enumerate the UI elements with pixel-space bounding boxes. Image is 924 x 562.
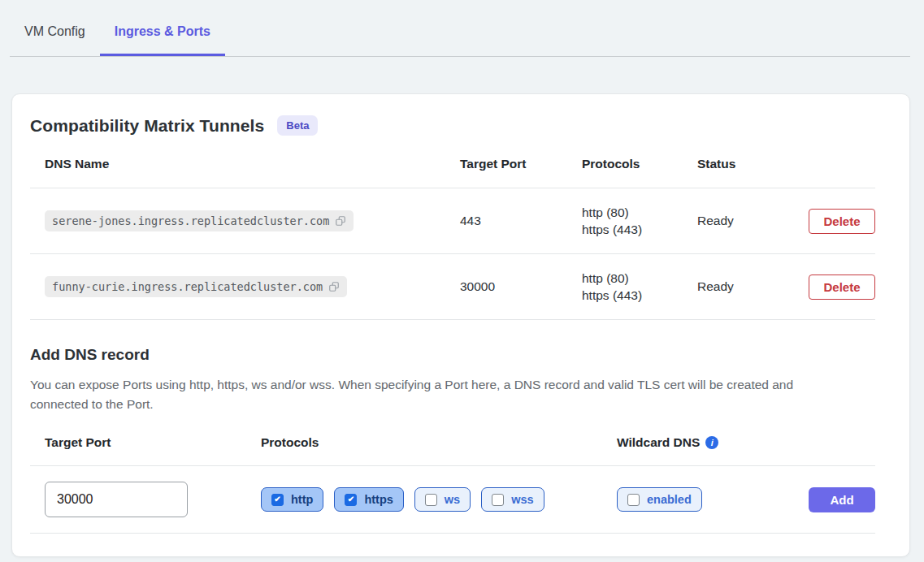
checkbox-box [627,494,640,506]
copy-icon[interactable] [328,281,340,292]
col-header-dns-name: DNS Name [45,157,460,171]
status-value: Ready [697,279,770,294]
checkbox-ws[interactable]: ws [414,487,471,512]
checkbox-box [492,494,504,506]
label-target-port: Target Port [45,435,261,450]
checkbox-https[interactable]: https [334,487,403,512]
dns-name-text: serene-jones.ingress.replicatedcluster.c… [52,214,329,227]
checkbox-box [271,494,284,506]
dns-name-pill: funny-curie.ingress.replicatedcluster.co… [45,276,347,297]
add-dns-record-description: You can expose Ports using http, https, … [30,375,851,414]
status-value: Ready [697,214,770,228]
add-button[interactable]: Add [809,487,875,512]
label-wildcard-dns: Wildcard DNS i [617,435,875,450]
form-labels-row: Target Port Protocols Wildcard DNS i [45,435,875,465]
tunnels-card: Compatibility Matrix Tunnels Beta DNS Na… [11,93,910,557]
checkbox-box [425,494,437,506]
col-header-status: Status [697,157,770,171]
page-title: Compatibility Matrix Tunnels [30,116,264,136]
target-port-value: 443 [460,214,582,228]
table-header-row: DNS Name Target Port Protocols Status [45,136,875,188]
tab-bar: VM Config Ingress & Ports [10,0,910,57]
beta-badge: Beta [277,115,318,136]
delete-button[interactable]: Delete [809,275,875,300]
checkbox-box [345,494,357,506]
add-dns-record-title: Add DNS record [30,346,875,364]
checkbox-wildcard-enabled[interactable]: enabled [617,487,702,512]
protocol-chips: http https ws wss [261,487,617,512]
tab-vm-config[interactable]: VM Config [10,23,100,56]
checkbox-wss[interactable]: wss [481,487,544,512]
copy-icon[interactable] [335,215,346,227]
checkbox-http[interactable]: http [261,487,323,512]
info-icon[interactable]: i [705,436,718,449]
protocols-cell: http (80) https (443) [582,270,697,304]
dns-name-text: funny-curie.ingress.replicatedcluster.co… [52,280,323,293]
table-row: serene-jones.ingress.replicatedcluster.c… [45,188,875,253]
label-protocols: Protocols [261,435,617,450]
protocols-cell: http (80) https (443) [582,204,697,238]
card-title-row: Compatibility Matrix Tunnels Beta [30,115,875,136]
dns-name-pill: serene-jones.ingress.replicatedcluster.c… [45,210,354,231]
tab-ingress-ports[interactable]: Ingress & Ports [100,23,225,56]
table-row: funny-curie.ingress.replicatedcluster.co… [45,254,875,319]
form-controls-row: http https ws wss enabled Add [45,466,875,533]
target-port-value: 30000 [460,279,582,294]
col-header-target-port: Target Port [460,157,582,171]
divider [30,319,875,320]
target-port-input[interactable] [45,482,188,517]
delete-button[interactable]: Delete [809,209,875,234]
col-header-protocols: Protocols [582,157,697,171]
